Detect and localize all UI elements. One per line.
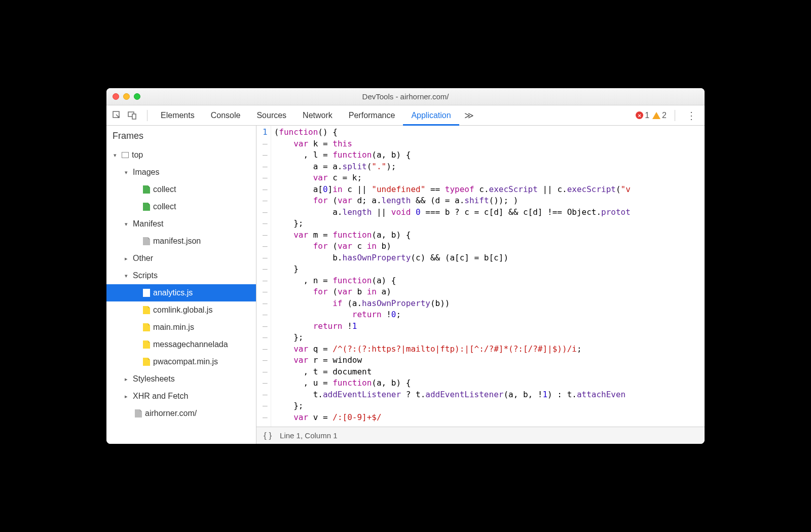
cursor-position: Line 1, Column 1: [280, 431, 337, 440]
warning-icon: [652, 112, 660, 119]
manifest-file-icon: [143, 237, 150, 245]
separator: [675, 110, 675, 121]
tree-file[interactable]: manifest.json: [106, 233, 256, 250]
status-bar: { } Line 1, Column 1: [256, 427, 705, 444]
tree-label: pwacompat.min.js: [153, 357, 218, 366]
tree-label: airhorner.com/: [145, 409, 197, 418]
script-file-icon: [143, 358, 150, 366]
line-gutter: 1–––––––––––––––––––––––––: [256, 126, 271, 427]
tree-images[interactable]: Images: [106, 164, 256, 181]
document-file-icon: [135, 409, 142, 417]
chevron-down-icon: [125, 221, 131, 227]
tree-xhr[interactable]: XHR and Fetch: [106, 388, 256, 405]
image-file-icon: [143, 203, 150, 211]
script-file-icon: [143, 306, 150, 314]
image-file-icon: [143, 185, 150, 194]
inspect-icon[interactable]: [112, 110, 123, 121]
tree-stylesheets[interactable]: Stylesheets: [106, 370, 256, 388]
chevron-right-icon: [125, 393, 131, 399]
tree-label: Other: [133, 254, 153, 263]
content-area: Frames top Images collect collect Manife: [106, 126, 705, 444]
tree-label: manifest.json: [153, 237, 201, 246]
tree-file[interactable]: main.min.js: [106, 319, 256, 336]
error-count-value: 1: [645, 111, 649, 120]
tree-file[interactable]: collect: [106, 198, 256, 215]
tree-file[interactable]: messagechannelada: [106, 336, 256, 353]
tree-file[interactable]: collect: [106, 181, 256, 198]
tree-file[interactable]: pwacompat.min.js: [106, 353, 256, 370]
code-editor[interactable]: 1––––––––––––––––––––––––– (function() {…: [256, 126, 705, 427]
code-lines: (function() { var k = this , l = functio…: [271, 126, 631, 427]
chevron-down-icon: [125, 169, 131, 175]
tab-performance[interactable]: Performance: [341, 105, 403, 125]
traffic-lights: [113, 93, 140, 100]
tree-label: Stylesheets: [133, 374, 175, 384]
tree-label: Scripts: [133, 271, 158, 280]
panel-tabs: ElementsConsoleSourcesNetworkPerformance…: [153, 105, 459, 125]
tab-sources[interactable]: Sources: [248, 105, 294, 125]
tree-file[interactable]: comlink.global.js: [106, 301, 256, 319]
separator: [147, 110, 148, 121]
tab-console[interactable]: Console: [203, 105, 249, 125]
tab-application[interactable]: Application: [403, 105, 459, 125]
zoom-icon[interactable]: [134, 93, 140, 100]
frame-icon: [122, 152, 129, 158]
tree-scripts[interactable]: Scripts: [106, 267, 256, 284]
tree-other[interactable]: Other: [106, 250, 256, 267]
script-file-icon: [143, 289, 150, 297]
chevron-right-icon: [125, 376, 131, 382]
tree-label: Manifest: [133, 219, 163, 229]
editor-pane: 1––––––––––––––––––––––––– (function() {…: [256, 126, 705, 444]
warning-count-value: 2: [662, 111, 667, 120]
tree-label: comlink.global.js: [153, 306, 212, 315]
script-file-icon: [143, 323, 150, 331]
tree-manifest[interactable]: Manifest: [106, 215, 256, 233]
devtools-window: DevTools - airhorner.com/ ElementsConsol…: [106, 88, 705, 444]
section-header: Frames: [106, 126, 256, 146]
error-count[interactable]: × 1: [636, 111, 649, 120]
menu-icon[interactable]: ⋮: [683, 109, 699, 122]
tree-file[interactable]: airhorner.com/: [106, 405, 256, 422]
tree-label: collect: [153, 202, 176, 211]
tree-top[interactable]: top: [106, 146, 256, 164]
close-icon[interactable]: [113, 93, 119, 100]
tree-label: analytics.js: [153, 288, 193, 297]
titlebar: DevTools - airhorner.com/: [106, 88, 705, 105]
tab-network[interactable]: Network: [294, 105, 341, 125]
tree-label: main.min.js: [153, 323, 194, 332]
tree-label: XHR and Fetch: [133, 392, 188, 401]
tab-elements[interactable]: Elements: [153, 105, 203, 125]
tree-file-selected[interactable]: analytics.js: [106, 284, 256, 301]
window-title: DevTools - airhorner.com/: [106, 92, 705, 101]
error-icon: ×: [636, 111, 643, 119]
chevron-right-icon: [125, 255, 131, 261]
tree-label: collect: [153, 185, 176, 194]
pretty-print-icon[interactable]: { }: [264, 431, 272, 441]
tree-label: Images: [133, 168, 159, 177]
chevron-down-icon: [114, 152, 120, 158]
tree-label: messagechannelada: [153, 340, 228, 349]
warning-count[interactable]: 2: [652, 111, 667, 120]
overflow-icon[interactable]: ≫: [464, 110, 474, 121]
frames-sidebar: Frames top Images collect collect Manife: [106, 126, 256, 444]
device-toggle-icon[interactable]: [127, 110, 138, 121]
main-toolbar: ElementsConsoleSourcesNetworkPerformance…: [106, 105, 705, 126]
minimize-icon[interactable]: [123, 93, 130, 100]
tree-label: top: [132, 150, 143, 160]
svg-rect-2: [132, 114, 136, 119]
script-file-icon: [143, 340, 150, 349]
chevron-down-icon: [125, 273, 131, 279]
